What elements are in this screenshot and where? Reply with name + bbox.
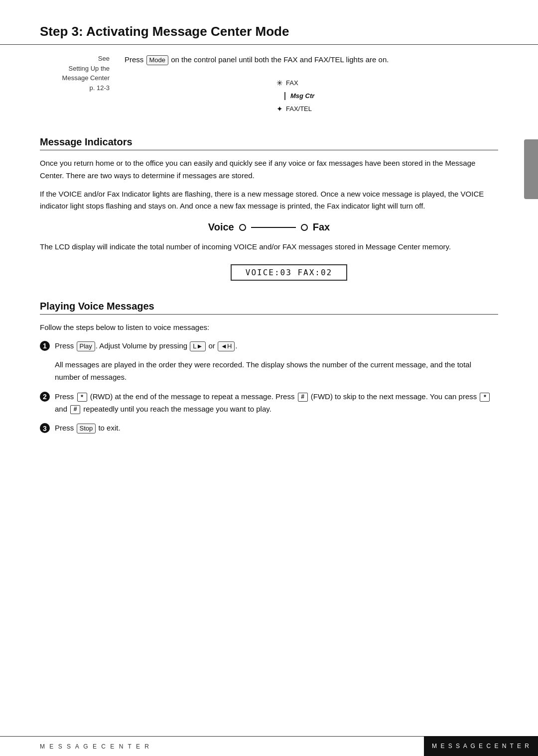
- play-button-inline: Play: [77, 341, 95, 351]
- led-fax-row: ✳ FAX: [276, 76, 298, 91]
- voice-label: Voice: [208, 221, 234, 233]
- step-1-badge: 1: [40, 341, 50, 351]
- intro-text: Press Mode on the control panel until bo…: [125, 54, 498, 66]
- sidebar-line3: Message Center: [40, 73, 110, 83]
- fax-circle-icon: [301, 224, 308, 231]
- fax-label: Fax: [313, 221, 330, 233]
- lcd-display: VOICE:03 FAX:02: [231, 264, 348, 281]
- sidebar: See Setting Up the Message Center p. 12-…: [40, 45, 120, 131]
- message-indicators-para1: Once you return home or to the office yo…: [40, 157, 498, 182]
- vf-line-icon: [251, 227, 296, 228]
- led-table: ✳ FAX Msg Ctr ✦ FAX/TEL: [276, 76, 346, 116]
- led-fax-label: FAX: [286, 77, 298, 90]
- lcd-description: The LCD display will indicate the total …: [40, 241, 498, 253]
- step-3-text: Press Stop to exit.: [55, 422, 121, 434]
- vol-low-button: L►: [190, 341, 206, 351]
- step-2-text: Press * (RWD) at the end of the message …: [55, 391, 498, 416]
- step-heading: Activating Message Center Mode: [86, 24, 289, 39]
- footer: M E S S A G E C E N T E R M E S S A G E …: [0, 736, 538, 756]
- led-faxtel-label: FAX/TEL: [286, 103, 312, 115]
- lcd-display-wrapper: VOICE:03 FAX:02: [40, 259, 498, 291]
- message-indicators-para2: If the VOICE and/or Fax Indicator lights…: [40, 188, 498, 213]
- header-section: Step 3: Activating Message Center Mode: [0, 0, 538, 45]
- hash-button-inline: #: [298, 393, 308, 402]
- and-text: and: [55, 405, 67, 413]
- scroll-tab[interactable]: [524, 139, 538, 199]
- led-faxtel-row: ✦ FAX/TEL: [276, 102, 312, 116]
- stop-button-inline: Stop: [77, 424, 96, 433]
- step-2-item: 2 Press * (RWD) at the end of the messag…: [40, 391, 498, 416]
- sidebar-line1: See: [40, 54, 110, 64]
- step-number: Step 3:: [40, 24, 83, 39]
- message-indicators-heading: Message Indicators: [40, 136, 498, 150]
- led-sun-icon-faxtel: ✦: [276, 102, 283, 116]
- star-button-inline-2: *: [480, 393, 490, 402]
- playing-voice-intro: Follow the steps below to listen to voic…: [40, 322, 498, 334]
- led-msg-row: Msg Ctr: [276, 91, 314, 102]
- message-indicators-section: Message Indicators Once you return home …: [0, 136, 538, 291]
- footer-text: M E S S A G E C E N T E R: [40, 743, 150, 750]
- step-1-sub: All messages are played in the order the…: [55, 359, 498, 384]
- sidebar-line4: p. 12-3: [40, 83, 110, 93]
- main-content: See Setting Up the Message Center p. 12-…: [0, 45, 538, 131]
- step-2-badge: 2: [40, 392, 50, 402]
- step-1-text: Press Play. Adjust Volume by pressing L►…: [55, 340, 237, 352]
- sidebar-line2: Setting Up the: [40, 64, 110, 74]
- led-sun-icon-fax: ✳: [276, 76, 283, 91]
- hash-button-inline-2: #: [70, 405, 80, 414]
- star-button-inline: *: [77, 393, 87, 402]
- footer-black-box: M E S S A G E C E N T E R: [424, 736, 538, 756]
- page-title: Step 3: Activating Message Center Mode: [40, 24, 498, 39]
- led-diagram: ✳ FAX Msg Ctr ✦ FAX/TEL: [125, 76, 498, 116]
- playing-voice-heading: Playing Voice Messages: [40, 301, 498, 315]
- vol-high-button: ◄H: [218, 341, 235, 351]
- mode-button-inline: Mode: [146, 55, 169, 65]
- voice-fax-indicator: Voice Fax: [40, 221, 498, 233]
- led-msg-label: Msg Ctr: [290, 91, 314, 102]
- page: Step 3: Activating Message Center Mode S…: [0, 0, 538, 756]
- voice-circle-icon: [239, 224, 246, 231]
- content-area: Press Mode on the control panel until bo…: [120, 45, 498, 131]
- led-vbar: [284, 92, 285, 100]
- step-1-item: 1 Press Play. Adjust Volume by pressing …: [40, 340, 498, 352]
- step-3-badge: 3: [40, 423, 50, 433]
- playing-voice-section: Playing Voice Messages Follow the steps …: [0, 301, 538, 434]
- step-3-item: 3 Press Stop to exit.: [40, 422, 498, 434]
- footer-box-text: M E S S A G E C E N T E R: [432, 743, 530, 750]
